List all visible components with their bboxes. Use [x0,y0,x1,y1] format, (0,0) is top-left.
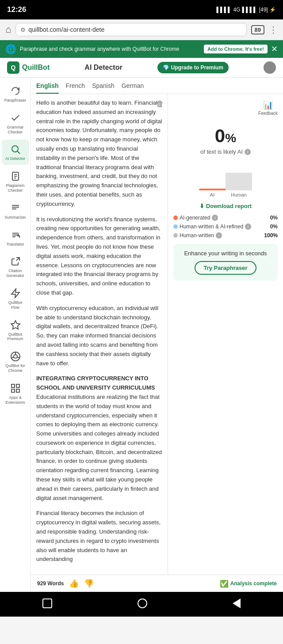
logo-text: QuillBot [22,64,50,72]
logo-icon: Q [7,61,19,74]
chrome-banner: 🌐 Paraphrase and check grammar anywhere … [0,40,283,58]
svg-point-15 [14,355,17,358]
url-text: quillbot.com/ai-content-dete [28,26,241,33]
stat-value-ai: 0% [270,215,278,221]
dot-gray [173,233,178,238]
browser-menu-icon[interactable]: ⋮ [269,24,278,35]
paragraph-4: INTEGRATING CRYPTOCURRENCY INTO SCHOOL A… [36,374,162,503]
tab-german[interactable]: German [122,82,144,94]
stat-row-ai-refined: Human-written & AI-refined i 0% [173,224,278,230]
download-icon: ⬇ [199,203,204,209]
enhance-title: Enhance your writing in seconds [180,250,272,257]
citation-icon [9,255,22,268]
flow-icon [9,287,22,299]
status-icons: ▌▌▌▌ 4G ▌▌▌▌ [49] ⚡ [217,7,276,13]
tab-french[interactable]: French [66,82,85,94]
svg-marker-13 [11,321,20,329]
page-title: AI Detector [84,64,122,72]
tab-count[interactable]: 89 [251,25,264,34]
status-bar: 12:26 ▌▌▌▌ 4G ▌▌▌▌ [49] ⚡ [0,0,283,19]
grammar-icon [9,112,22,124]
apps-icon [9,382,22,394]
svg-marker-12 [11,289,19,298]
stat-label-ai: AI-generated [180,215,210,221]
bar-labels: AI Human [173,192,278,197]
word-count: 929 Words [37,580,64,587]
chrome-add-button[interactable]: Add to Chrome. It's free! [204,45,268,53]
download-report-button[interactable]: ⬇ Download report [173,203,278,209]
sidebar-item-plagiarism[interactable]: Plagiarism Checker [2,167,29,197]
svg-rect-22 [16,389,19,392]
text-panel[interactable]: 🗑 Hello is another beautiful day to lear… [31,94,168,575]
diamond-icon: 💎 [163,64,169,71]
svg-point-0 [12,146,18,152]
thumbs-down-button[interactable]: 👎 [84,579,94,588]
battery-icon: [49] ⚡ [259,7,276,13]
home-icon[interactable]: ⌂ [5,24,11,35]
nav-home-button[interactable] [138,599,147,608]
sidebar-item-summarizer[interactable]: Summarizer [2,198,29,224]
percentage-display: 0% of text is likely AI i [173,121,278,159]
signal-icon2: ▌▌▌▌ [242,7,257,13]
sidebar-label-translator: Translator [6,242,24,247]
sidebar-item-paraphraser[interactable]: Paraphraser [2,81,29,106]
quillbot-logo: Q QuillBot [7,61,50,74]
bar-label-human: Human [226,192,252,197]
summarizer-icon [9,202,22,214]
text-content: Hello is another beautiful day to learn.… [36,98,162,564]
bar-chart-container: AI Human [173,165,278,197]
sidebar-item-translator[interactable]: Translator [2,225,29,250]
network-type: 4G [233,7,241,13]
bar-human [226,173,252,190]
sidebar: Paraphraser Grammar Checker AI Detector … [0,78,31,592]
main-layout: Paraphraser Grammar Checker AI Detector … [0,78,283,592]
stat-value-refined: 0% [270,224,278,230]
info-icon-ai: i [212,215,218,221]
upgrade-button[interactable]: 💎 Upgrade to Premium [157,62,229,73]
svg-line-1 [17,152,20,154]
svg-line-18 [17,357,19,358]
tab-spanish[interactable]: Spanish [92,82,115,94]
percentage-label: of text is likely AI i [173,148,278,155]
sidebar-label-chrome: QuillBot for Chrome [4,364,27,373]
stat-value-human: 100% [264,232,278,239]
avatar[interactable] [264,61,276,74]
info-icon-human: i [216,232,222,239]
thumbs-up-button[interactable]: 👍 [69,579,79,588]
feedback-icon: 📊 [263,100,273,110]
language-tabs: English French Spanish German [31,78,283,94]
content-area: English French Spanish German 🗑 Hello is… [31,78,283,592]
sidebar-item-ai-detector[interactable]: AI Detector [2,140,29,165]
dot-blue [173,224,178,229]
nav-square-button[interactable] [42,599,52,608]
feedback-button[interactable]: 📊 Feedback [258,100,278,116]
svg-rect-19 [11,384,15,387]
sidebar-item-flow[interactable]: QuillBot Flow [2,284,29,314]
bar-label-ai: AI [199,192,226,197]
sidebar-label-apps: Apps & Extensions [4,395,27,405]
sidebar-item-apps[interactable]: Apps & Extensions [2,379,29,409]
nav-back-button[interactable] [233,599,241,608]
chrome-close-icon[interactable]: ✕ [271,44,278,54]
sidebar-item-chrome[interactable]: QuillBot for Chrome [2,347,29,377]
tab-english[interactable]: English [36,82,59,94]
sidebar-label-grammar: Grammar Checker [4,125,27,135]
text-toolbar: 🗑 [156,98,164,110]
delete-icon[interactable]: 🗑 [156,99,164,108]
sidebar-item-premium[interactable]: QuillBot Premium [2,315,29,345]
signal-icon: ▌▌▌▌ [217,7,232,13]
stat-row-human-written: Human-written i 100% [173,232,278,239]
try-paraphraser-button[interactable]: Try Paraphraser [195,261,256,275]
paragraph-1: Hello is another beautiful day to learn.… [36,98,162,209]
stat-label-refined: Human-written & AI-refined [180,224,243,230]
stats-list: AI-generated i 0% Human-written & AI-ref… [173,215,278,239]
svg-line-11 [16,258,19,261]
sidebar-label-citation: Citation Generator [4,269,27,278]
sidebar-item-grammar[interactable]: Grammar Checker [2,108,29,138]
paragraph-5: Financial literacy becomes the inclusion… [36,509,162,564]
svg-line-17 [11,357,13,358]
url-bar[interactable]: ⚙ quillbot.com/ai-content-dete [15,23,246,36]
sidebar-item-citation[interactable]: Citation Generator [2,252,29,282]
premium-icon [9,319,22,331]
sidebar-label-paraphraser: Paraphraser [4,98,27,103]
